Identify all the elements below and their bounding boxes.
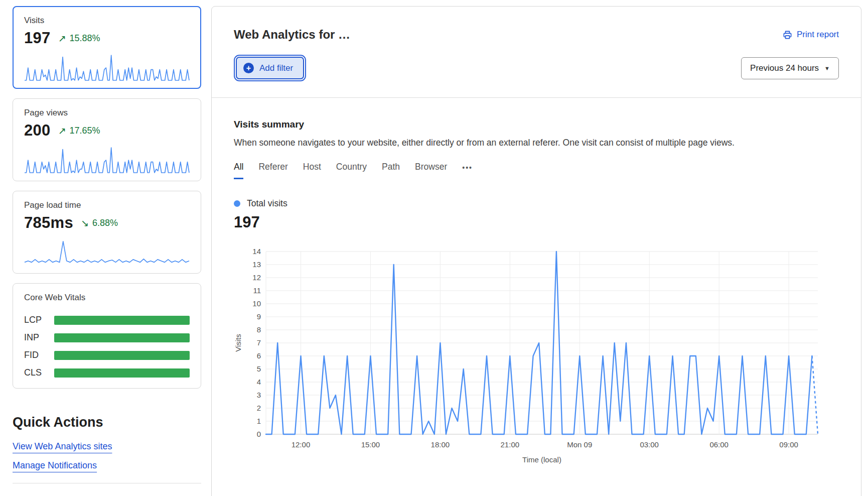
vitals-label: CLS — [24, 367, 54, 378]
metric-card-page-load-time[interactable]: Page load time 785ms ↘ 6.88% — [13, 191, 201, 274]
plus-circle-icon: + — [243, 63, 254, 73]
svg-text:18:00: 18:00 — [431, 440, 450, 449]
vitals-row-lcp: LCP — [24, 315, 190, 325]
card-value-row: 200 ↗ 17.65% — [24, 121, 190, 140]
time-range-value: Previous 24 hours — [750, 63, 819, 73]
core-web-vitals-card[interactable]: Core Web Vitals LCP INP FID CLS — [13, 283, 201, 389]
trend-percent: 15.88% — [70, 33, 100, 44]
time-range-dropdown[interactable]: Previous 24 hours ▼ — [741, 57, 839, 79]
page-views-sparkline — [24, 146, 190, 174]
svg-text:21:00: 21:00 — [501, 440, 520, 449]
quick-actions-heading: Quick Actions — [13, 415, 201, 430]
vitals-bar-green — [54, 368, 190, 378]
visits-sparkline — [24, 54, 190, 81]
svg-text:7: 7 — [257, 338, 261, 347]
tab-browser[interactable]: Browser — [415, 162, 447, 179]
trend-indicator: ↘ 6.88% — [81, 218, 118, 228]
metric-value: 200 — [24, 121, 51, 140]
trend-up-arrow-icon: ↗ — [58, 126, 66, 136]
trend-down-arrow-icon: ↘ — [81, 218, 89, 228]
vitals-label: INP — [24, 332, 54, 343]
visits-time-series-chart[interactable]: 0123456789101112131412:0015:0018:0021:00… — [234, 243, 839, 467]
tab-path[interactable]: Path — [382, 162, 400, 179]
metric-card-page-views[interactable]: Page views 200 ↗ 17.65% — [13, 98, 201, 181]
vitals-row-inp: INP — [24, 332, 190, 343]
metric-card-visits[interactable]: Visits 197 ↗ 15.88% — [13, 6, 201, 89]
svg-text:Mon 09: Mon 09 — [567, 440, 592, 449]
svg-text:9: 9 — [257, 312, 261, 321]
card-title: Visits — [24, 16, 190, 26]
svg-text:0: 0 — [257, 430, 261, 438]
svg-text:11: 11 — [253, 286, 261, 295]
dimension-tabs: All Referer Host Country Path Browser ••… — [234, 162, 839, 179]
svg-text:4: 4 — [257, 378, 261, 386]
add-filter-button[interactable]: + Add filter — [236, 57, 304, 79]
trend-indicator: ↗ 17.65% — [58, 126, 100, 136]
view-web-analytics-sites-link[interactable]: View Web Analytics sites — [13, 441, 112, 452]
analytics-panel: Web Analytics for … Print report + A — [211, 6, 861, 496]
card-value-row: 785ms ↘ 6.88% — [24, 214, 190, 232]
metric-value: 785ms — [24, 214, 73, 232]
vitals-bar-green — [54, 333, 190, 342]
svg-text:15:00: 15:00 — [361, 440, 380, 449]
svg-text:09:00: 09:00 — [779, 440, 798, 449]
metrics-sidebar: Visits 197 ↗ 15.88% Page views 200 ↗ 17.… — [13, 6, 201, 496]
svg-text:13: 13 — [252, 260, 261, 269]
print-report-link[interactable]: Print report — [783, 30, 839, 40]
vitals-row-cls: CLS — [24, 367, 190, 378]
svg-text:06:00: 06:00 — [709, 440, 729, 449]
trend-percent: 6.88% — [92, 218, 118, 228]
legend-dot-icon — [234, 200, 240, 207]
card-title: Page load time — [24, 200, 190, 210]
svg-text:12: 12 — [252, 273, 261, 282]
svg-text:6: 6 — [257, 351, 261, 360]
trend-up-arrow-icon: ↗ — [58, 34, 66, 43]
section-title: Visits summary — [234, 119, 839, 130]
svg-text:14: 14 — [252, 247, 261, 256]
svg-text:Time (local): Time (local) — [522, 455, 561, 464]
tab-more-overflow[interactable]: ••• — [462, 162, 473, 179]
svg-text:12:00: 12:00 — [292, 440, 311, 449]
vitals-row-fid: FID — [24, 350, 190, 360]
chevron-down-icon: ▼ — [824, 65, 830, 71]
page-load-time-sparkline — [24, 238, 190, 266]
trend-percent: 17.65% — [70, 126, 100, 136]
tab-referer[interactable]: Referer — [258, 162, 287, 179]
svg-text:03:00: 03:00 — [640, 440, 659, 449]
svg-text:8: 8 — [257, 325, 261, 334]
print-report-label: Print report — [797, 30, 839, 40]
sidebar-divider — [13, 483, 201, 483]
vitals-label: FID — [24, 350, 54, 360]
card-value-row: 197 ↗ 15.88% — [24, 29, 190, 47]
vitals-bar-green — [54, 351, 190, 360]
printer-icon — [783, 30, 792, 40]
web-analytics-dashboard: Visits 197 ↗ 15.88% Page views 200 ↗ 17.… — [0, 0, 868, 496]
legend-label: Total visits — [247, 198, 287, 209]
card-title: Core Web Vitals — [24, 293, 190, 303]
tab-country[interactable]: Country — [336, 162, 367, 179]
tab-host[interactable]: Host — [303, 162, 321, 179]
add-filter-label: Add filter — [259, 63, 293, 73]
trend-indicator: ↗ 15.88% — [58, 33, 100, 44]
panel-header: Web Analytics for … Print report + A — [212, 7, 861, 98]
visits-summary-section: Visits summary When someone navigates to… — [212, 98, 861, 467]
svg-text:Visits: Visits — [234, 334, 242, 352]
section-description: When someone navigates to your website, … — [234, 138, 839, 148]
metric-value: 197 — [24, 29, 51, 47]
vitals-label: LCP — [24, 315, 54, 325]
total-visits-value: 197 — [234, 213, 839, 231]
chart-legend: Total visits — [234, 198, 839, 209]
svg-text:10: 10 — [252, 299, 261, 308]
tab-all[interactable]: All — [234, 162, 243, 179]
card-title: Page views — [24, 108, 190, 118]
manage-notifications-link[interactable]: Manage Notifications — [13, 460, 97, 471]
svg-text:3: 3 — [257, 391, 261, 399]
svg-text:1: 1 — [257, 417, 261, 425]
page-title: Web Analytics for … — [234, 28, 350, 42]
svg-text:5: 5 — [257, 364, 261, 373]
vitals-bar-green — [54, 316, 190, 325]
svg-text:2: 2 — [257, 404, 261, 412]
